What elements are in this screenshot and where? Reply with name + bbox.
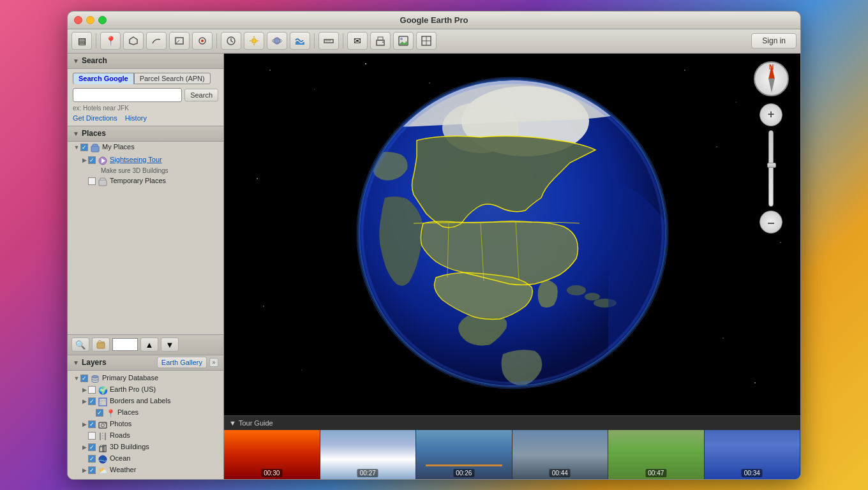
svg-marker-0 (130, 37, 137, 45)
earth-pro-checkbox[interactable] (88, 386, 96, 394)
layer-ocean[interactable]: ✓ Ocean (68, 454, 223, 465)
weather-checkbox[interactable]: ✓ (88, 466, 96, 474)
maximize-button[interactable] (98, 16, 107, 24)
primary-db-checkbox[interactable]: ✓ (80, 375, 88, 382)
zoom-out-button[interactable]: – (760, 211, 782, 234)
minimize-button[interactable] (86, 16, 94, 24)
my-places-checkbox[interactable]: ✓ (80, 144, 88, 151)
sun-button[interactable] (244, 32, 264, 50)
record-tour-button[interactable] (192, 32, 213, 50)
temporary-checkbox[interactable] (88, 177, 96, 185)
places-down-button[interactable]: ▼ (161, 338, 179, 352)
places-search-button[interactable]: 🔍 (71, 338, 89, 352)
layer-primary-db[interactable]: ▼ ✓ Primary Database (68, 373, 223, 385)
zoom-slider[interactable] (768, 130, 774, 207)
map-type-button[interactable] (416, 32, 437, 50)
places-section-header[interactable]: ▼ Places (68, 126, 223, 142)
toolbar-sep-1 (96, 33, 96, 48)
svg-point-36 (101, 424, 105, 427)
sidebar: ▼ Search Search Google Parcel Search (AP… (68, 54, 224, 479)
main-toolbar: ▤ 📍 ✉ (68, 29, 800, 54)
photos-expander[interactable]: ▶ (80, 420, 88, 429)
layer-photos[interactable]: ▶ ✓ Photos (68, 419, 223, 431)
borders-expander[interactable]: ▶ (80, 397, 88, 406)
app-window: Google Earth Pro ▤ 📍 (67, 11, 801, 480)
sightseeing-checkbox[interactable]: ✓ (88, 156, 96, 164)
places-text-input[interactable] (112, 338, 138, 351)
tour-thumb-4[interactable]: 00:47 (608, 430, 705, 479)
buildings-checkbox[interactable]: ✓ (88, 443, 96, 451)
places-temporary[interactable]: Temporary Places (68, 175, 223, 188)
places-layer-checkbox[interactable]: ✓ (96, 409, 103, 417)
get-directions-link[interactable]: Get Directions (73, 114, 117, 122)
sightseeing-expander[interactable]: ▶ (80, 156, 88, 165)
add-polygon-button[interactable] (123, 32, 144, 50)
layer-roads[interactable]: Roads (68, 431, 223, 442)
add-placemark-button[interactable]: 📍 (100, 32, 121, 50)
email-button[interactable]: ✉ (347, 32, 368, 50)
tour-thumb-5[interactable]: 00:34 (705, 430, 801, 479)
search-input[interactable] (73, 88, 182, 102)
ruler-button[interactable] (318, 32, 339, 50)
planets-button[interactable] (267, 32, 287, 50)
compass-circle[interactable]: N (754, 61, 789, 96)
add-image-overlay-button[interactable] (169, 32, 190, 50)
svg-point-4 (201, 40, 204, 42)
svg-point-52 (735, 101, 736, 102)
add-path-button[interactable] (146, 32, 167, 50)
close-button[interactable] (74, 16, 82, 24)
earth-pro-expander[interactable]: ▶ (80, 385, 88, 394)
ocean-button[interactable] (290, 32, 310, 50)
primary-db-expander[interactable]: ▼ (73, 374, 80, 383)
search-tabs: Search Google Parcel Search (APN) (73, 73, 218, 84)
historical-imagery-button[interactable] (221, 32, 241, 50)
places-layer-label: Places (117, 408, 218, 416)
globe-container[interactable]: N + – (224, 54, 800, 415)
layers-expand-button[interactable]: » (209, 358, 218, 367)
layer-weather[interactable]: ▶ ✓ ⛅ Weather (68, 465, 223, 477)
search-section-header[interactable]: ▼ Search (68, 54, 223, 69)
places-toolbar: 🔍 ▲ ▼ (68, 335, 223, 355)
my-places-expander[interactable]: ▼ (73, 143, 80, 152)
places-my-places[interactable]: ▼ ✓ My Places (68, 142, 223, 154)
print-button[interactable] (370, 32, 391, 50)
tour-thumb-2-time: 00:26 (453, 469, 474, 477)
save-image-button[interactable] (393, 32, 414, 50)
svg-rect-32 (99, 398, 107, 406)
places-sightseeing-tour[interactable]: ▶ ✓ Sightseeing Tour (68, 154, 223, 167)
buildings-expander[interactable]: ▶ (80, 443, 88, 452)
tour-guide-header[interactable]: ▼ Tour Guide (224, 416, 800, 430)
signin-button[interactable]: Sign in (751, 33, 797, 48)
photos-checkbox[interactable]: ✓ (88, 420, 96, 428)
earth-gallery-button[interactable]: Earth Gallery (157, 357, 207, 368)
tour-thumb-0[interactable]: 00:30 (224, 430, 320, 479)
svg-point-56 (780, 242, 781, 243)
weather-expander[interactable]: ▶ (80, 466, 88, 475)
layer-earth-pro[interactable]: ▶ 🌍 Earth Pro (US) (68, 385, 223, 396)
borders-checkbox[interactable]: ✓ (88, 397, 96, 405)
layer-borders[interactable]: ▶ ✓ Borders and Labels (68, 396, 223, 408)
zoom-in-button[interactable]: + (760, 103, 782, 126)
sidebar-toggle-button[interactable]: ▤ (71, 32, 92, 50)
sightseeing-label[interactable]: Sightseeing Tour (110, 156, 218, 163)
tour-thumb-2[interactable]: 00:26 (416, 430, 513, 479)
roads-icon (98, 431, 108, 442)
tour-thumb-1[interactable]: 00:27 (320, 430, 417, 479)
search-tab-parcel[interactable]: Parcel Search (APN) (134, 73, 211, 84)
svg-point-51 (684, 70, 685, 71)
compass-needle-south (768, 78, 775, 93)
roads-checkbox[interactable] (88, 432, 96, 440)
search-tab-google[interactable]: Search Google (73, 73, 134, 84)
zoom-slider-thumb[interactable] (767, 163, 776, 168)
sightseeing-icon (98, 156, 108, 166)
search-button[interactable]: Search (184, 89, 218, 101)
nav-compass[interactable]: N (754, 61, 789, 96)
places-folder-button[interactable] (92, 338, 110, 352)
history-link[interactable]: History (125, 114, 147, 122)
places-up-button[interactable]: ▲ (140, 338, 158, 352)
ocean-checkbox[interactable]: ✓ (88, 455, 96, 463)
tour-thumb-3[interactable]: 00:44 (513, 430, 609, 479)
main-content: ▼ Search Search Google Parcel Search (AP… (68, 54, 800, 479)
layer-places[interactable]: ✓ 📍 Places (68, 408, 223, 419)
layer-3d-buildings[interactable]: ▶ ✓ 3D Buildings (68, 442, 223, 454)
